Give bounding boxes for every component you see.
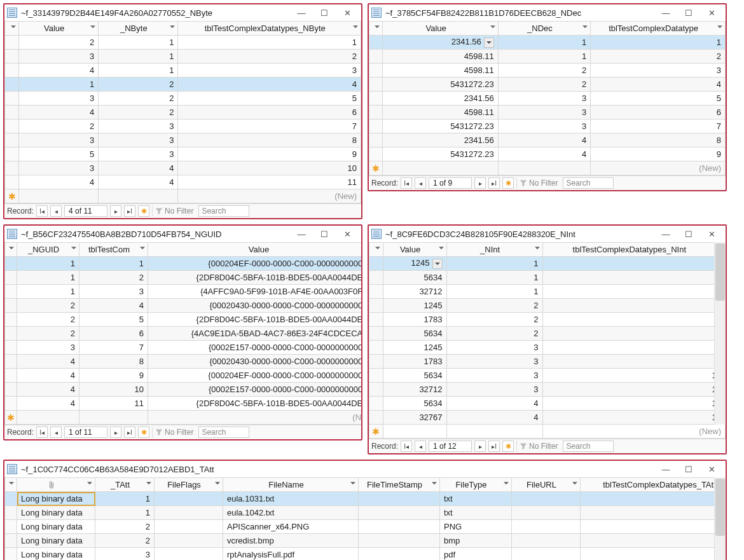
cell[interactable]: 2 xyxy=(17,327,79,341)
table-row[interactable]: 2341.5648 xyxy=(369,133,726,147)
cell[interactable]: 5634 xyxy=(383,397,446,411)
table-row[interactable]: 5634310 xyxy=(369,369,726,383)
cell[interactable]: 3 xyxy=(19,161,99,175)
cell[interactable]: 8 xyxy=(79,355,148,369)
cell[interactable]: 3 xyxy=(17,341,79,355)
filter-indicator[interactable]: No Filter xyxy=(516,440,560,452)
filter-indicator[interactable]: No Filter xyxy=(152,205,196,217)
table-row[interactable]: Long binary data2APIScanner_x64.PNGPNG3 xyxy=(5,520,726,534)
cell[interactable] xyxy=(446,425,542,439)
cell[interactable]: 3 xyxy=(19,92,99,106)
cell[interactable]: txt xyxy=(440,506,512,520)
table-row[interactable]: 426 xyxy=(5,106,361,120)
cell[interactable]: 4 xyxy=(17,355,79,369)
table-row[interactable]: 413 xyxy=(5,64,361,78)
row-selector[interactable] xyxy=(5,520,17,534)
cell[interactable]: 2 xyxy=(446,313,542,327)
row-selector[interactable] xyxy=(5,120,19,133)
row-selector[interactable] xyxy=(369,133,383,147)
row-selector[interactable] xyxy=(5,36,19,50)
cell[interactable]: 4 xyxy=(17,383,79,397)
cell[interactable]: {2DF8D04C-5BFA-101B-BDE5-00AA0044DE52} xyxy=(148,397,362,411)
column-header[interactable]: tblTestComplexDatatypes_NInt xyxy=(542,243,725,257)
new-row[interactable]: ✱(New) xyxy=(5,411,362,425)
column-header[interactable]: Value xyxy=(383,243,446,257)
cell[interactable]: 1 xyxy=(498,50,590,64)
table-row[interactable]: 3410 xyxy=(5,161,361,175)
cell[interactable] xyxy=(383,425,446,439)
cell[interactable]: 5 xyxy=(79,313,148,327)
cell[interactable]: 4 xyxy=(19,64,99,78)
cell[interactable]: pdf xyxy=(440,548,512,561)
cell[interactable]: 7 xyxy=(178,120,361,133)
cell[interactable] xyxy=(359,520,440,534)
cell[interactable]: 6 xyxy=(591,106,726,120)
cell[interactable]: 5 xyxy=(542,299,725,313)
nav-next-button[interactable]: ▸ xyxy=(474,440,486,452)
cell[interactable]: 3 xyxy=(498,92,590,106)
nav-first-button[interactable]: I◂ xyxy=(401,440,412,452)
table-row[interactable]: 25{2DF8D04C-5BFA-101B-BDE5-00AA0044DE52} xyxy=(5,313,362,327)
row-selector[interactable] xyxy=(369,120,383,133)
cell[interactable] xyxy=(17,411,79,425)
minimize-button[interactable]: — xyxy=(290,227,313,241)
cell[interactable] xyxy=(512,520,581,534)
minimize-button[interactable]: — xyxy=(290,6,313,20)
cell[interactable]: 6 xyxy=(178,106,361,120)
titlebar[interactable]: ~f_B56CF232475540BA8B2BD710D54FB754_NGUI… xyxy=(4,226,361,242)
cell[interactable]: 3 xyxy=(446,383,542,397)
column-header[interactable]: tblTestCom xyxy=(79,243,148,257)
cell[interactable]: {2DF8D04C-5BFA-101B-BDE5-00AA0044DE52} xyxy=(148,313,362,327)
minimize-button[interactable]: — xyxy=(654,6,677,20)
close-button[interactable]: ✕ xyxy=(700,6,723,20)
row-selector[interactable] xyxy=(5,257,17,271)
cell[interactable]: 6 xyxy=(79,327,148,341)
cell[interactable]: eula.1031.txt xyxy=(223,492,359,506)
row-selector[interactable] xyxy=(5,299,17,313)
cell[interactable]: 4 xyxy=(542,285,725,299)
cell[interactable]: 5 xyxy=(591,92,726,106)
row-selector[interactable] xyxy=(369,106,383,120)
filter-indicator[interactable]: No Filter xyxy=(152,427,196,438)
cell[interactable]: 32712 xyxy=(383,383,446,397)
row-selector[interactable] xyxy=(5,106,19,120)
cell[interactable]: Long binary data xyxy=(17,492,95,506)
table-row[interactable]: 5431272.2349 xyxy=(369,147,726,161)
cell[interactable]: 4 xyxy=(446,411,542,425)
cell[interactable]: 3 xyxy=(99,120,178,133)
cell[interactable]: 4598.11 xyxy=(383,50,498,64)
cell[interactable]: rptAnalysisFull.pdf xyxy=(223,548,359,561)
row-selector[interactable] xyxy=(5,175,19,189)
table-row[interactable]: 338 xyxy=(5,133,361,147)
titlebar[interactable]: ~f_1C0C774CC06C4B63A584E9D7012AEBD1_TAtt… xyxy=(4,461,726,477)
new-row[interactable]: ✱(New) xyxy=(5,189,361,203)
cell[interactable] xyxy=(512,506,581,520)
column-header[interactable] xyxy=(17,478,95,492)
cell[interactable]: 4 xyxy=(99,175,178,189)
cell[interactable]: 1 xyxy=(178,36,361,50)
datasheet-table[interactable]: _TAttFileFlagsFileNameFileTimeStampFileT… xyxy=(4,477,726,560)
row-selector[interactable] xyxy=(369,369,383,383)
table-row[interactable]: 124 xyxy=(5,78,361,92)
cell[interactable]: 5431272.23 xyxy=(383,120,498,133)
cell[interactable]: 3 xyxy=(99,147,178,161)
row-selector[interactable] xyxy=(5,492,17,506)
vertical-scrollbar-thumb[interactable] xyxy=(715,479,725,536)
table-row[interactable]: 237 xyxy=(5,120,361,133)
nav-new-button[interactable]: ✱ xyxy=(502,177,514,189)
cell[interactable]: 1 xyxy=(99,36,178,50)
table-row[interactable]: 5634412 xyxy=(369,397,726,411)
cell[interactable]: {000204EF-0000-0000-C000-000000000046} xyxy=(148,257,362,271)
row-selector-header[interactable] xyxy=(5,243,17,257)
cell[interactable]: 11 xyxy=(178,175,361,189)
cell[interactable]: 2 xyxy=(95,520,155,534)
cell[interactable]: 3 xyxy=(79,285,148,299)
record-counter[interactable]: 1 of 12 xyxy=(429,440,472,452)
table-row[interactable]: Long binary data2vcredist.bmpbmp4 xyxy=(5,534,726,548)
table-row[interactable]: 539 xyxy=(5,147,361,161)
cell[interactable]: {00020430-0000-0000-C000-000000000046} xyxy=(148,299,362,313)
titlebar[interactable]: ~f_3785CF54FB82422B811B1D76DEECB628_NDec… xyxy=(369,4,726,21)
maximize-button[interactable]: ☐ xyxy=(677,227,700,241)
cell[interactable]: 4 xyxy=(79,299,148,313)
cell[interactable]: 8 xyxy=(178,133,361,147)
